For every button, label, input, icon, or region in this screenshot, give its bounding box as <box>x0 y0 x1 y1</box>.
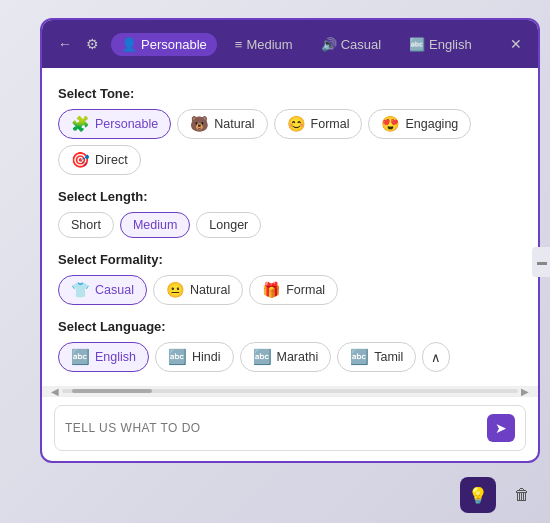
tone-label: Select Tone: <box>58 86 522 101</box>
casual-emoji: 👕 <box>71 281 90 299</box>
panel-body: Select Tone: 🧩 Personable 🐻 Natural 😊 Fo… <box>42 68 538 386</box>
main-panel: ← ⚙ 👤 Personable ≡ Medium 🔊 Casual 🔤 Eng… <box>40 18 540 463</box>
trash-icon: 🗑 <box>514 486 530 504</box>
bulb-button[interactable]: 💡 <box>460 477 496 513</box>
tamil-icon: 🔤 <box>350 348 369 366</box>
medium-icon: ≡ <box>235 37 243 52</box>
direct-emoji: 🎯 <box>71 151 90 169</box>
tone-formal[interactable]: 😊 Formal <box>274 109 363 139</box>
formality-casual[interactable]: 👕 Casual <box>58 275 147 305</box>
english-icon: 🔤 <box>409 37 425 52</box>
bottom-icons: 💡 🗑 <box>460 477 540 513</box>
language-english[interactable]: 🔤 English <box>58 342 149 372</box>
marathi-icon: 🔤 <box>253 348 272 366</box>
length-medium[interactable]: Medium <box>120 212 190 238</box>
length-longer[interactable]: Longer <box>196 212 261 238</box>
settings-button[interactable]: ⚙ <box>82 34 103 54</box>
tell-us-input[interactable] <box>65 421 487 435</box>
footer: ➤ <box>42 396 538 461</box>
formality-chip-group: 👕 Casual 😐 Natural 🎁 Formal <box>58 275 522 305</box>
formality-natural[interactable]: 😐 Natural <box>153 275 243 305</box>
english-lang-icon: 🔤 <box>71 348 90 366</box>
chip-medium[interactable]: ≡ Medium <box>225 33 303 56</box>
trash-button[interactable]: 🗑 <box>504 477 540 513</box>
formality-label: Select Formality: <box>58 252 522 267</box>
scroll-thumb <box>72 389 152 393</box>
engaging-emoji: 😍 <box>381 115 400 133</box>
hindi-icon: 🔤 <box>168 348 187 366</box>
panel-header: ← ⚙ 👤 Personable ≡ Medium 🔊 Casual 🔤 Eng… <box>42 20 538 68</box>
panel-resize-handle[interactable]: ▬ <box>532 247 550 277</box>
chip-casual[interactable]: 🔊 Casual <box>311 33 391 56</box>
panel-icon: ▬ <box>537 256 547 267</box>
horizontal-scrollbar[interactable]: ◀ ▶ <box>42 386 538 396</box>
length-short[interactable]: Short <box>58 212 114 238</box>
length-chip-group: Short Medium Longer <box>58 212 522 238</box>
tone-natural[interactable]: 🐻 Natural <box>177 109 267 139</box>
formality-formal-emoji: 🎁 <box>262 281 281 299</box>
length-label: Select Length: <box>58 189 522 204</box>
formality-formal[interactable]: 🎁 Formal <box>249 275 338 305</box>
close-button[interactable]: ✕ <box>506 34 526 54</box>
input-row: ➤ <box>54 405 526 451</box>
personable-emoji: 🧩 <box>71 115 90 133</box>
back-button[interactable]: ← <box>54 34 76 54</box>
chip-english[interactable]: 🔤 English <box>399 33 482 56</box>
formality-natural-emoji: 😐 <box>166 281 185 299</box>
natural-emoji: 🐻 <box>190 115 209 133</box>
tone-personable[interactable]: 🧩 Personable <box>58 109 171 139</box>
personable-icon: 👤 <box>121 37 137 52</box>
scroll-track <box>62 389 518 393</box>
chip-personable[interactable]: 👤 Personable <box>111 33 217 56</box>
bulb-icon: 💡 <box>468 486 488 505</box>
send-button[interactable]: ➤ <box>487 414 515 442</box>
send-icon: ➤ <box>495 420 507 436</box>
language-tamil[interactable]: 🔤 Tamil <box>337 342 416 372</box>
language-label: Select Language: <box>58 319 522 334</box>
language-marathi[interactable]: 🔤 Marathi <box>240 342 332 372</box>
casual-icon: 🔊 <box>321 37 337 52</box>
tone-chip-group: 🧩 Personable 🐻 Natural 😊 Formal 😍 Engagi… <box>58 109 522 175</box>
language-chip-group: 🔤 English 🔤 Hindi 🔤 Marathi 🔤 Tamil ∧ <box>58 342 522 372</box>
language-more-button[interactable]: ∧ <box>422 342 450 372</box>
tone-direct[interactable]: 🎯 Direct <box>58 145 141 175</box>
tone-engaging[interactable]: 😍 Engaging <box>368 109 471 139</box>
header-nav: ← ⚙ <box>54 34 103 54</box>
language-hindi[interactable]: 🔤 Hindi <box>155 342 234 372</box>
formal-emoji: 😊 <box>287 115 306 133</box>
